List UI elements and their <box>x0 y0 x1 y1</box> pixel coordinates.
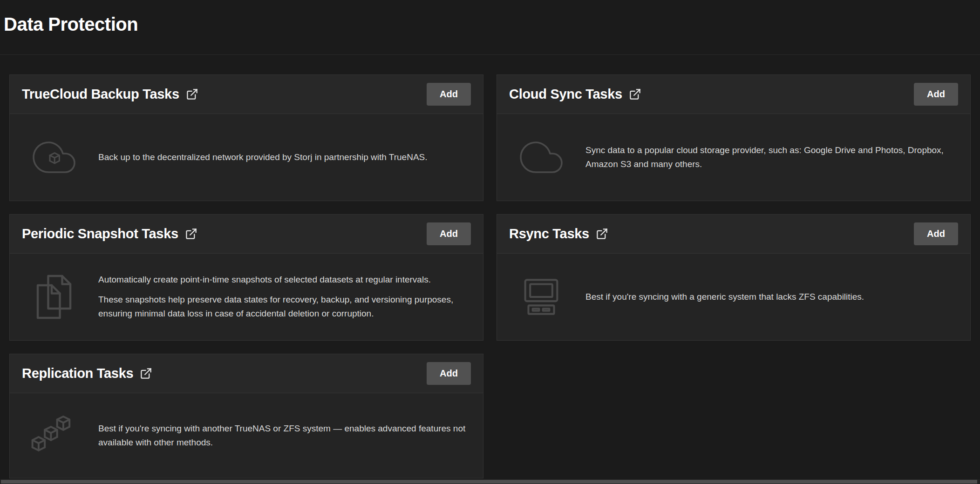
card-body: Sync data to a popular cloud storage pro… <box>497 114 970 201</box>
horizontal-scrollbar-thumb[interactable] <box>1 480 977 484</box>
description-paragraph: Sync data to a popular cloud storage pro… <box>585 143 957 172</box>
card-title-text: Periodic Snapshot Tasks <box>22 226 178 242</box>
card-cloud-sync-tasks: Cloud Sync Tasks Add Sync data to a popu… <box>497 74 971 201</box>
card-title-link[interactable]: Replication Tasks <box>22 366 152 381</box>
cloud-icon <box>497 135 585 180</box>
open-in-new-icon[interactable] <box>186 88 198 101</box>
card-header: Rsync Tasks Add <box>497 215 970 254</box>
horizontal-scrollbar[interactable] <box>0 479 980 484</box>
page-title: Data Protection <box>0 14 980 35</box>
card-description: Back up to the decentralized network pro… <box>98 150 470 164</box>
card-title-link[interactable]: TrueCloud Backup Tasks <box>22 87 198 102</box>
add-button[interactable]: Add <box>427 222 471 245</box>
card-title-text: TrueCloud Backup Tasks <box>22 87 179 102</box>
card-truecloud-backup-tasks: TrueCloud Backup Tasks Add Back up to th… <box>9 74 483 201</box>
card-title-text: Replication Tasks <box>22 366 133 381</box>
card-header: Periodic Snapshot Tasks Add <box>10 215 483 254</box>
open-in-new-icon[interactable] <box>596 228 608 240</box>
card-body: Best if you're syncing with another True… <box>10 393 483 478</box>
card-body: Automatically create point-in-time snaps… <box>10 254 483 340</box>
description-paragraph: Back up to the decentralized network pro… <box>98 150 470 164</box>
open-in-new-icon[interactable] <box>185 228 197 240</box>
card-description: Best if you're syncing with a generic sy… <box>585 290 957 304</box>
card-title-link[interactable]: Periodic Snapshot Tasks <box>22 226 197 242</box>
card-title-text: Rsync Tasks <box>509 226 589 242</box>
open-in-new-icon[interactable] <box>140 367 152 380</box>
add-button[interactable]: Add <box>914 83 958 106</box>
card-body: Best if you're syncing with a generic sy… <box>497 254 970 340</box>
add-button[interactable]: Add <box>914 222 958 245</box>
storj-cloud-icon <box>10 135 98 180</box>
card-description: Automatically create point-in-time snaps… <box>98 273 470 321</box>
card-title-link[interactable]: Cloud Sync Tasks <box>509 87 641 102</box>
computer-icon <box>497 271 585 323</box>
snapshot-documents-icon <box>10 266 98 328</box>
card-description: Sync data to a popular cloud storage pro… <box>585 143 957 172</box>
description-paragraph: Automatically create point-in-time snaps… <box>98 273 470 287</box>
card-title-link[interactable]: Rsync Tasks <box>509 226 608 242</box>
page-divider <box>0 54 980 55</box>
card-header: Cloud Sync Tasks Add <box>497 75 970 114</box>
card-description: Best if you're syncing with another True… <box>98 422 470 450</box>
card-title-text: Cloud Sync Tasks <box>509 87 622 102</box>
card-rsync-tasks: Rsync Tasks Add Best if <box>497 214 971 341</box>
open-in-new-icon[interactable] <box>629 88 641 101</box>
replication-cubes-icon <box>10 411 98 460</box>
description-paragraph: Best if you're syncing with a generic sy… <box>585 290 957 304</box>
card-header: Replication Tasks Add <box>10 354 483 393</box>
cards-grid: TrueCloud Backup Tasks Add Back up to th… <box>0 74 980 478</box>
description-paragraph: Best if you're syncing with another True… <box>98 422 470 450</box>
card-periodic-snapshot-tasks: Periodic Snapshot Tasks Add Automat <box>9 214 483 341</box>
add-button[interactable]: Add <box>427 362 471 385</box>
card-header: TrueCloud Backup Tasks Add <box>10 75 483 114</box>
card-body: Back up to the decentralized network pro… <box>10 114 483 201</box>
card-replication-tasks: Replication Tasks Add Best if you're syn… <box>9 354 483 478</box>
description-paragraph: These snapshots help preserve data state… <box>98 293 470 321</box>
add-button[interactable]: Add <box>427 83 471 106</box>
